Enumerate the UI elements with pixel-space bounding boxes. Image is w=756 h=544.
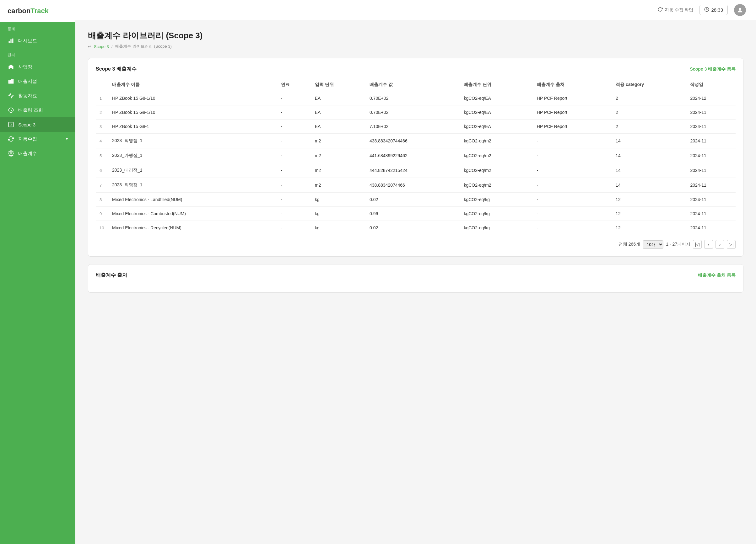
page-title: 배출계수 라이브러리 (Scope 3) [88, 30, 743, 41]
table-row[interactable]: 7 2023_직영점_1 - m2 438.88342074466 kgCO2-… [96, 178, 736, 193]
cell-input-unit: kg [311, 193, 366, 207]
sidebar-item-emission-facility[interactable]: 배출시설 [0, 74, 75, 89]
cell-value: 0.02 [366, 193, 460, 207]
cell-unit: kgCO2-eq/kg [460, 193, 533, 207]
cell-fuel: - [277, 105, 311, 120]
sidebar-item-dashboard[interactable]: 대시보드 [0, 34, 75, 48]
table-row[interactable]: 5 2023_가맹점_1 - m2 441.684899229462 kgCO2… [96, 148, 736, 163]
sidebar-item-emission-facility-label: 배출시설 [18, 78, 37, 84]
cell-category: 2 [612, 91, 686, 105]
cell-unit: kgCO2-eq/m2 [460, 163, 533, 178]
cell-source: HP PCF Report [533, 120, 612, 134]
section-manage-label: 관리 [0, 48, 75, 60]
cell-date: 2024-11 [686, 148, 736, 163]
breadcrumb-scope3-link[interactable]: Scope 3 [94, 44, 109, 49]
emission-source-title: 배출계수 출처 [96, 272, 127, 278]
auto-collect-icon [8, 136, 14, 143]
pagination-first-button[interactable]: |◁ [693, 240, 702, 249]
svg-rect-1 [10, 39, 11, 43]
svg-rect-0 [9, 41, 10, 43]
register-scope3-button[interactable]: Scope 3 배출계수 등록 [690, 67, 736, 72]
cell-value: 444.828742215424 [366, 163, 460, 178]
cell-no: 10 [96, 221, 108, 235]
sidebar: carbon Track 통계 대시보드 관리 사업장 배출시설 활동자료 배출… [0, 0, 75, 544]
cell-input-unit: m2 [311, 134, 366, 148]
svg-point-16 [739, 8, 741, 10]
cell-unit: kgCO2-eq/kg [460, 221, 533, 235]
cell-category: 2 [612, 120, 686, 134]
cell-fuel: - [277, 178, 311, 193]
sidebar-item-activity-data[interactable]: 활동자료 [0, 89, 75, 103]
table-row[interactable]: 6 2023_대리점_1 - m2 444.828742215424 kgCO2… [96, 163, 736, 178]
scope3-table: 배출계수 이름 연료 입력 단위 배출계수 값 배출계수 단위 배출계수 출처 … [96, 79, 736, 235]
sidebar-item-scope3-label: Scope 3 [18, 122, 35, 127]
cell-source: - [533, 221, 612, 235]
sidebar-item-scope3[interactable]: 3 Scope 3 [0, 117, 75, 132]
scope3-icon: 3 [8, 121, 14, 128]
cell-source: - [533, 207, 612, 221]
cell-date: 2024-11 [686, 105, 736, 120]
table-row[interactable]: 10 Mixed Electronics - Recycled(NUM) - k… [96, 221, 736, 235]
breadcrumb-separator: / [111, 44, 113, 49]
avatar[interactable] [734, 4, 746, 16]
cell-input-unit: kg [311, 221, 366, 235]
breadcrumb-back-icon: ↩ [88, 44, 91, 49]
svg-rect-8 [12, 79, 13, 80]
scope3-card-header: Scope 3 배출계수 Scope 3 배출계수 등록 [96, 66, 736, 73]
cell-no: 6 [96, 163, 108, 178]
header: 자동 수집 작업 28:33 [75, 0, 756, 20]
cell-name: HP ZBook 15 G8-1/10 [108, 91, 277, 105]
scope3-table-wrap: 배출계수 이름 연료 입력 단위 배출계수 값 배출계수 단위 배출계수 출처 … [96, 79, 736, 235]
cell-name: HP ZBook 15 G8-1/10 [108, 105, 277, 120]
cell-input-unit: m2 [311, 178, 366, 193]
cell-date: 2024-11 [686, 163, 736, 178]
pagination-page-info: 1 - 27페이지 [666, 242, 690, 247]
sidebar-item-emission-inquiry[interactable]: 배출량 조회 [0, 103, 75, 117]
cell-value: 438.883420744466 [366, 134, 460, 148]
activity-icon [8, 92, 14, 99]
svg-text:3: 3 [10, 123, 12, 126]
cell-source: - [533, 178, 612, 193]
table-row[interactable]: 3 HP ZBook 15 G8-1 - EA 7.10E+02 kgCO2-e… [96, 120, 736, 134]
table-row[interactable]: 2 HP ZBook 15 G8-1/10 - EA 0.70E+02 kgCO… [96, 105, 736, 120]
register-source-button[interactable]: 배출계수 출처 등록 [698, 272, 736, 278]
pagination-next-button[interactable]: › [715, 240, 724, 249]
cell-name: 2023_직영점_1 [108, 178, 277, 193]
sidebar-item-emission-factor[interactable]: 배출계수 [0, 146, 75, 161]
table-row[interactable]: 1 HP ZBook 15 G8-1/10 - EA 0.70E+02 kgCO… [96, 91, 736, 105]
cell-value: 7.10E+02 [366, 120, 460, 134]
cell-category: 14 [612, 134, 686, 148]
cell-fuel: - [277, 207, 311, 221]
svg-point-14 [10, 153, 12, 154]
pagination: 전체 266개 10개 20개 50개 1 - 27페이지 |◁ ‹ › ▷| [96, 240, 736, 249]
emission-source-card: 배출계수 출처 배출계수 출처 등록 [88, 264, 743, 293]
table-row[interactable]: 9 Mixed Electronics - Combusted(NUM) - k… [96, 207, 736, 221]
cell-name: Mixed Electronics - Landfilled(NUM) [108, 193, 277, 207]
cell-no: 7 [96, 178, 108, 193]
col-unit: 배출계수 단위 [460, 79, 533, 91]
table-row[interactable]: 4 2023_직영점_1 - m2 438.883420744466 kgCO2… [96, 134, 736, 148]
cell-input-unit: kg [311, 207, 366, 221]
cell-source: HP PCF Report [533, 91, 612, 105]
cell-category: 2 [612, 105, 686, 120]
table-row[interactable]: 8 Mixed Electronics - Landfilled(NUM) - … [96, 193, 736, 207]
cell-source: - [533, 134, 612, 148]
pagination-prev-button[interactable]: ‹ [704, 240, 713, 249]
cell-category: 14 [612, 163, 686, 178]
cell-fuel: - [277, 134, 311, 148]
cell-name: Mixed Electronics - Recycled(NUM) [108, 221, 277, 235]
per-page-select[interactable]: 10개 20개 50개 [643, 240, 663, 249]
sidebar-item-business-site[interactable]: 사업장 [0, 60, 75, 74]
cell-date: 2024-11 [686, 207, 736, 221]
pagination-last-button[interactable]: ▷| [727, 240, 736, 249]
cell-name: HP ZBook 15 G8-1 [108, 120, 277, 134]
cell-fuel: - [277, 120, 311, 134]
cell-unit: kgCO2-eq/m2 [460, 148, 533, 163]
sidebar-item-auto-collect[interactable]: 자동수집 ▾ [0, 132, 75, 146]
col-category: 적용 category [612, 79, 686, 91]
breadcrumb: ↩ Scope 3 / 배출계수 라이브러리 (Scope 3) [88, 44, 743, 49]
cell-no: 3 [96, 120, 108, 134]
cell-source: - [533, 148, 612, 163]
col-date: 작성일 [686, 79, 736, 91]
sidebar-item-business-site-label: 사업장 [18, 64, 32, 70]
